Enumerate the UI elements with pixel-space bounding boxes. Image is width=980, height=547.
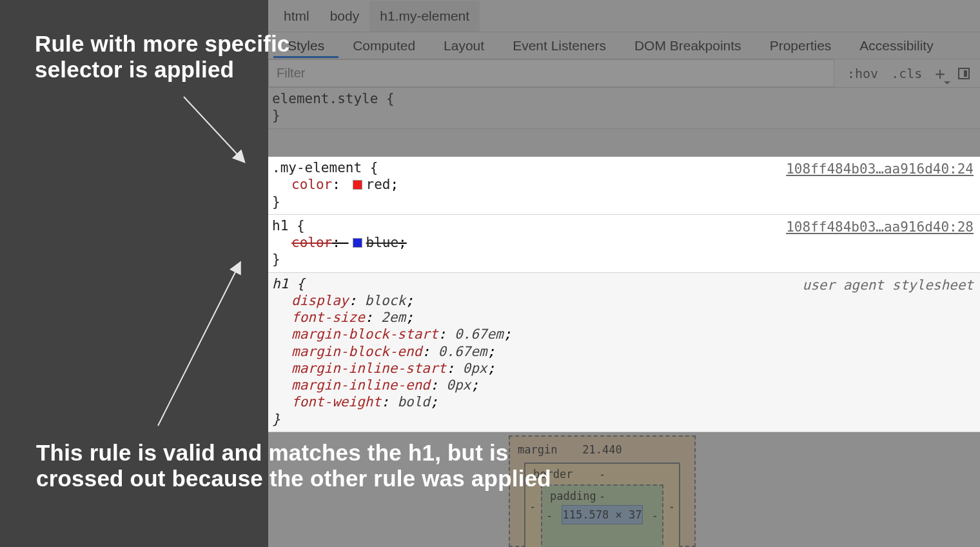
filter-row: :hov .cls + — [268, 59, 980, 88]
css-property-value: 0.67em — [455, 326, 504, 342]
rule-source-ua: user agent stylesheet — [802, 277, 974, 293]
box-model-padding-top: - — [599, 490, 605, 502]
box-model-padding-label: padding — [550, 490, 596, 502]
annotation-bottom: This rule is valid and matches the h1, b… — [36, 440, 551, 492]
rule-user-agent[interactable]: user agent stylesheet h1 { display: bloc… — [268, 273, 980, 432]
css-property-name: font-weight — [291, 394, 381, 410]
tab-layout[interactable]: Layout — [429, 33, 498, 58]
cls-toggle[interactable]: .cls — [891, 66, 922, 81]
rule-h1-overridden[interactable]: 108ff484b03…aa916d40:28 h1 { color: blue… — [268, 215, 980, 273]
hov-toggle[interactable]: :hov — [847, 66, 878, 81]
breadcrumb-body[interactable]: body — [320, 1, 370, 32]
css-property-name: font-size — [291, 310, 365, 325]
tab-event-listeners[interactable]: Event Listeners — [498, 33, 620, 58]
box-model-padding-right: - — [652, 509, 658, 522]
css-property-name: color — [291, 177, 332, 192]
css-property-name: margin-block-end — [291, 344, 422, 359]
breadcrumb-current[interactable]: h1.my-element — [369, 1, 480, 32]
annotation-text: This rule is valid and matches the h1, b… — [36, 440, 551, 466]
box-model-border-left: - — [529, 500, 536, 513]
css-property-value: block — [365, 293, 406, 308]
css-property-value: red — [366, 177, 391, 192]
arrow-icon — [184, 97, 244, 161]
color-swatch-icon[interactable] — [353, 238, 362, 248]
rule-source-link[interactable]: 108ff484b03…aa916d40:28 — [786, 219, 974, 235]
rule-my-element[interactable]: 108ff484b03…aa916d40:24 .my-element { co… — [268, 157, 980, 215]
annotation-text: Rule with more specific — [35, 31, 290, 57]
css-property-value: 2em — [381, 310, 406, 325]
filter-input[interactable] — [268, 59, 834, 87]
css-property-value: bold — [397, 394, 430, 410]
rule-selector: element.style { — [272, 90, 976, 107]
css-property-name: margin-inline-end — [291, 377, 430, 393]
css-property-name: color — [291, 235, 332, 250]
css-property-name: margin-inline-start — [291, 361, 446, 376]
box-model-margin-top: 21.440 — [582, 443, 622, 456]
box-model-padding-left: - — [546, 509, 553, 522]
tab-dom-breakpoints[interactable]: DOM Breakpoints — [620, 33, 756, 58]
css-property-name: display — [291, 293, 349, 308]
css-property-value: 0px — [463, 361, 487, 376]
tab-accessibility[interactable]: Accessibility — [845, 33, 947, 58]
toggle-panel-icon[interactable] — [958, 68, 970, 79]
tab-properties[interactable]: Properties — [756, 33, 846, 58]
rule-close-brace: } — [272, 251, 976, 268]
rule-source-link[interactable]: 108ff484b03…aa916d40:24 — [786, 161, 974, 177]
new-style-rule-button[interactable]: + — [935, 64, 945, 83]
css-property-value: 0.67em — [438, 344, 487, 359]
annotation-top: Rule with more specific selector is appl… — [35, 31, 290, 83]
breadcrumb-html[interactable]: html — [273, 1, 320, 32]
panel-tabs: Styles Computed Layout Event Listeners D… — [268, 32, 980, 59]
rule-close-brace: } — [272, 107, 976, 124]
annotation-text: crossed out because the other rule was a… — [36, 466, 551, 492]
rule-close-brace: } — [272, 411, 976, 428]
box-model-content: 115.578 × 37 — [562, 505, 643, 524]
color-swatch-icon[interactable] — [353, 180, 362, 190]
annotation-text: selector is applied — [35, 57, 290, 83]
breadcrumb: html body h1.my-element — [268, 0, 980, 32]
tab-computed[interactable]: Computed — [338, 33, 429, 58]
box-model-border-top: - — [599, 468, 605, 481]
rule-element-style[interactable]: element.style { } — [268, 88, 980, 129]
css-property-value: 0px — [446, 377, 471, 393]
css-property-name: margin-block-start — [291, 326, 438, 342]
highlighted-rules: 108ff484b03…aa916d40:24 .my-element { co… — [268, 157, 980, 432]
box-model-border-right: - — [669, 500, 675, 513]
rule-close-brace: } — [272, 194, 976, 210]
css-property-value: blue — [366, 235, 399, 250]
arrow-icon — [158, 263, 240, 426]
